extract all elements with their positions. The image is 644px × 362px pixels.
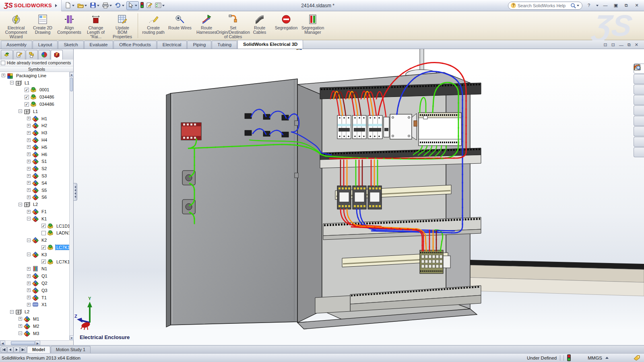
taskpane-search-assistant-button[interactable]: [634, 147, 644, 157]
ribbon-set-od-button[interactable]: Set Origin/Destination of Cables: [220, 13, 246, 39]
tree-vertical-scrollbar[interactable]: ▲ ▼: [69, 72, 73, 340]
new-document-button[interactable]: [64, 1, 76, 10]
tree-expand-icon[interactable]: +: [27, 195, 31, 199]
tree-expand-icon[interactable]: +: [27, 145, 31, 149]
minimize-button[interactable]: —: [601, 2, 609, 9]
tree-item-q2[interactable]: +Q2: [0, 280, 69, 287]
ribbon-seg-manager-button[interactable]: Segregation Manager: [300, 13, 326, 39]
tree-checkbox[interactable]: ✓: [25, 95, 29, 99]
tree-item-packaging-line[interactable]: +Packaging Line: [0, 72, 69, 79]
restore-button[interactable]: ▣: [612, 2, 620, 9]
tree-checkbox[interactable]: ✓: [41, 259, 46, 264]
tree-item-m1[interactable]: +M1: [0, 315, 69, 323]
tree-expand-icon[interactable]: +: [27, 181, 31, 185]
tree-expand-icon[interactable]: +: [2, 74, 5, 77]
tag-icon[interactable]: [634, 355, 640, 361]
tree-item-k1[interactable]: −K1: [0, 215, 69, 222]
tree-item-x1[interactable]: +X1: [0, 301, 69, 309]
tree-expand-icon[interactable]: −: [27, 239, 31, 242]
taskpane-custom-properties-button[interactable]: [634, 126, 644, 136]
tree-expand-icon[interactable]: +: [27, 296, 31, 299]
tree-item-t1[interactable]: +T1: [0, 294, 69, 301]
tree-expand-icon[interactable]: +: [27, 210, 31, 214]
help-button[interactable]: ?: [585, 2, 593, 9]
tree-item-s4[interactable]: +S4: [0, 179, 69, 187]
panel-tab-feature-tree[interactable]: [1, 50, 13, 60]
tree-expand-icon[interactable]: +: [27, 303, 31, 306]
tree-expand-icon[interactable]: −: [19, 331, 22, 335]
traffic-light-button[interactable]: [140, 1, 144, 10]
tree-item-l2[interactable]: −L2: [0, 201, 69, 208]
help-dropdown-icon[interactable]: [596, 5, 599, 6]
tree-expand-icon[interactable]: −: [10, 81, 14, 84]
tab-office-products[interactable]: Office Products: [114, 41, 156, 49]
tree-item-m3[interactable]: −M3: [0, 330, 69, 337]
tree-expand-icon[interactable]: +: [27, 160, 31, 163]
panel-tab-electrical-manager[interactable]: [51, 50, 63, 60]
close-button[interactable]: ✕: [633, 2, 641, 9]
save-button[interactable]: [89, 1, 101, 10]
tree-checkbox[interactable]: [41, 231, 46, 235]
tree-item-s5[interactable]: +S5: [0, 187, 69, 194]
scroll-right-icon[interactable]: ▶: [35, 341, 40, 345]
tree-item-lc7k12[interactable]: ✓LC7K12: [0, 258, 69, 265]
taskpane-solidworks-resources-button[interactable]: [634, 74, 644, 84]
plc-module[interactable]: [419, 113, 461, 146]
taskpane-design-library-button[interactable]: [634, 84, 644, 95]
doc-pane-right-button[interactable]: ⊡: [611, 42, 615, 47]
panel-splitter[interactable]: [74, 183, 77, 201]
menu-expand-arrow-icon[interactable]: [55, 4, 57, 7]
tree-item-s2[interactable]: +S2: [0, 165, 69, 172]
tree-checkbox[interactable]: ✓: [25, 102, 29, 107]
tree-expand-icon[interactable]: +: [27, 167, 31, 171]
tree-expand-icon[interactable]: +: [27, 124, 31, 128]
search-input[interactable]: ? Search SolidWorks Help: [508, 2, 582, 10]
search-icon[interactable]: [570, 3, 576, 8]
tree-checkbox[interactable]: ✓: [41, 245, 46, 250]
tree-expand-icon[interactable]: +: [27, 267, 31, 271]
first-tab-button[interactable]: [1, 347, 7, 353]
tree-item-034486[interactable]: ✓034486: [0, 101, 69, 108]
conveyor[interactable]: [470, 260, 644, 296]
undo-button[interactable]: [114, 1, 126, 10]
tree-item-h4[interactable]: +H4: [0, 136, 69, 144]
ribbon-change-length-button[interactable]: Change Length of "Rai...: [83, 13, 109, 39]
tree-expand-icon[interactable]: −: [27, 217, 31, 220]
tree-expand-icon[interactable]: −: [19, 109, 22, 113]
options-button[interactable]: [154, 1, 166, 10]
units-selector[interactable]: MMGS: [588, 356, 602, 360]
tree-expand-icon[interactable]: +: [27, 282, 31, 285]
tree-item-s6[interactable]: +S6: [0, 194, 69, 201]
tree-expand-icon[interactable]: +: [27, 288, 31, 292]
units-dropdown-icon[interactable]: [605, 357, 609, 359]
tree-item-s3[interactable]: +S3: [0, 172, 69, 179]
tree-item-h1[interactable]: +H1: [0, 115, 69, 122]
tree-expand-icon[interactable]: −: [19, 203, 22, 206]
taskpane-document-recovery-button[interactable]: [634, 137, 644, 147]
search-dropdown-icon[interactable]: [577, 5, 579, 6]
ribbon-route-harness-button[interactable]: Route Harnesses: [194, 13, 219, 39]
hide-inserted-checkbox[interactable]: [1, 61, 5, 65]
tree-item-k2[interactable]: −K2: [0, 237, 69, 244]
doc-minimize-button[interactable]: —: [619, 43, 623, 47]
prev-tab-button[interactable]: [7, 347, 13, 353]
tree-item-q1[interactable]: +Q1: [0, 272, 69, 280]
tree-item-s1[interactable]: +S1: [0, 158, 69, 165]
tree-horizontal-scrollbar[interactable]: ◀ ▶: [0, 340, 69, 345]
tree-item-q3[interactable]: +Q3: [0, 287, 69, 294]
panel-tab-dimxpert[interactable]: [38, 50, 50, 60]
panel-tab-configuration-manager[interactable]: [26, 50, 38, 60]
file-properties-button[interactable]: [145, 1, 153, 10]
tab-model[interactable]: Model: [27, 346, 50, 353]
scroll-left-icon[interactable]: ◀: [0, 341, 5, 345]
tree-expand-icon[interactable]: +: [27, 152, 31, 156]
tree-item-f1[interactable]: +F1: [0, 208, 69, 215]
tree-expand-icon[interactable]: +: [27, 131, 31, 135]
tree-item-034486[interactable]: ✓034486: [0, 93, 69, 101]
tree-item-ladn1[interactable]: LADN1: [0, 230, 69, 237]
ribbon-elec-wizard-button[interactable]: Electrical Component Wizard: [3, 13, 29, 39]
ribbon-route-wires-button[interactable]: Route Wires: [167, 13, 193, 39]
cascade-button[interactable]: ⧉: [622, 2, 630, 9]
ribbon-create-path-button[interactable]: Create routing path: [140, 13, 166, 39]
tree-expand-icon[interactable]: +: [27, 174, 31, 178]
